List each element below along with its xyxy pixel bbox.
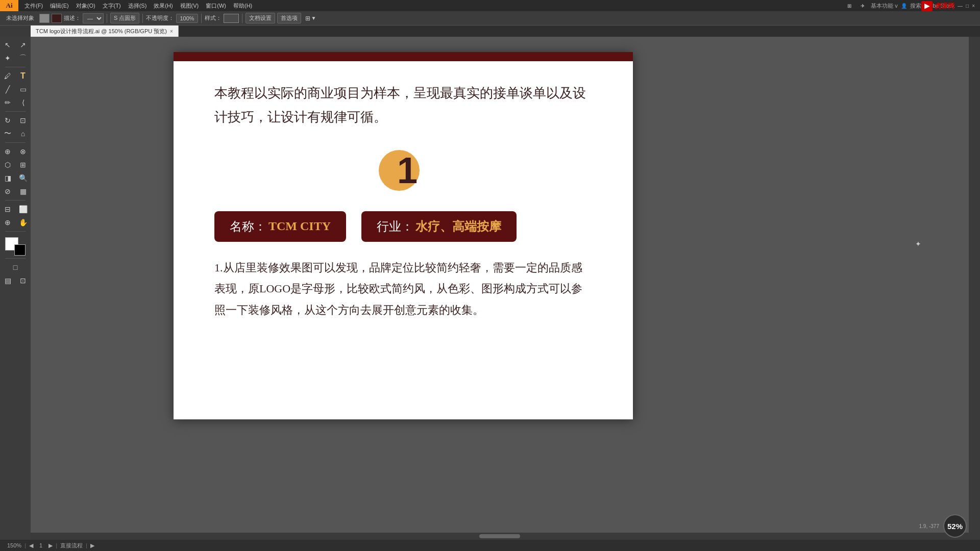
- opacity-label: 不透明度：: [146, 14, 174, 22]
- eraser-tool[interactable]: ⬜: [16, 203, 30, 215]
- mesh-tool[interactable]: ⊞: [16, 159, 30, 171]
- bar-chart-tool[interactable]: ▦: [16, 185, 30, 197]
- tag-name-button: 名称： TCM CITY: [214, 211, 346, 242]
- shape-select[interactable]: S 点圆形: [110, 13, 139, 23]
- color-box-area: [5, 237, 26, 256]
- scroll-thumb-horizontal[interactable]: [479, 534, 520, 538]
- magic-wand-tool[interactable]: ✦: [1, 52, 15, 64]
- workspace-button[interactable]: ⊞: [844, 2, 854, 10]
- page-number[interactable]: 1: [36, 542, 45, 548]
- rect-tool[interactable]: ▭: [16, 83, 30, 95]
- menu-bar: 文件(F) 编辑(E) 对象(O) 文字(T) 选择(S) 效果(H) 视图(V…: [0, 0, 980, 11]
- rotate-tool[interactable]: ↻: [1, 114, 15, 127]
- pathfinder-tool[interactable]: ⊗: [16, 145, 30, 158]
- zoom-level[interactable]: 150%: [4, 542, 24, 548]
- scale-tool[interactable]: ⊡: [16, 114, 30, 127]
- scroll-right[interactable]: [971, 37, 980, 540]
- line-tool[interactable]: ╱: [1, 83, 15, 95]
- tag-name-value: TCM CITY: [268, 219, 331, 233]
- style-label: 样式：: [205, 14, 222, 22]
- scroll-bottom[interactable]: [31, 533, 969, 540]
- window-maximize[interactable]: □: [966, 3, 969, 9]
- menu-view[interactable]: 视图(V): [177, 1, 202, 11]
- tab-filename: TCM logo设计推导流程.ai @ 150% (RGB/GPU 预览): [36, 28, 167, 35]
- menu-select[interactable]: 选择(S): [125, 1, 150, 11]
- user-icon: 👤: [901, 3, 907, 9]
- shape-builder-tool[interactable]: ⊕: [1, 145, 15, 158]
- coordinate-display: 1.9, -377: [919, 523, 939, 529]
- coords-text: 1.9, -377: [919, 523, 939, 529]
- status-bar: 150% | ◀ 1 ▶ | 直接流程 | ▶: [0, 540, 980, 551]
- tag-industry-value: 水疗、高端按摩: [415, 218, 501, 235]
- tab-close-button[interactable]: ×: [170, 29, 173, 34]
- blend-tool[interactable]: ⊘: [1, 185, 15, 197]
- align-left-icon[interactable]: ⊞: [305, 15, 310, 22]
- play-button[interactable]: ▶: [87, 542, 97, 549]
- percentage-circle: 52%: [943, 514, 967, 538]
- hand-tool[interactable]: ✋: [16, 216, 30, 229]
- opacity-value[interactable]: 100%: [176, 14, 198, 23]
- drawing-modes[interactable]: □: [8, 261, 22, 273]
- tab-bar: TCM logo设计推导流程.ai @ 150% (RGB/GPU 预览) ×: [31, 26, 980, 37]
- perspective-tool[interactable]: ⬡: [1, 159, 15, 171]
- stroke-color-box[interactable]: [39, 14, 50, 23]
- gradient-tool[interactable]: ◨: [1, 172, 15, 184]
- document-canvas: 本教程以实际的商业项目为样本，呈现最真实的接单谈单以及设计技巧，让设计有规律可循…: [174, 52, 633, 419]
- ai-logo: Ai: [0, 0, 18, 11]
- tag-industry-button: 行业： 水疗、高端按摩: [361, 211, 517, 242]
- eyedropper-tool[interactable]: 🔍: [16, 172, 30, 184]
- free-transform-tool[interactable]: ⌂: [16, 128, 30, 140]
- pencil-tool[interactable]: ✏: [1, 96, 15, 109]
- menu-file[interactable]: 文件(F): [21, 1, 46, 11]
- type-tool[interactable]: T: [16, 70, 30, 82]
- intro-text: 本教程以实际的商业项目为样本，呈现最真实的接单谈单以及设计技巧，让设计有规律可循…: [214, 82, 592, 130]
- zoom-tool[interactable]: ⊕: [1, 216, 15, 229]
- number-graphic: 1: [214, 145, 592, 196]
- page-next[interactable]: ▶: [45, 542, 56, 549]
- fill-color-box[interactable]: [52, 14, 62, 23]
- menu-edit[interactable]: 编辑(E): [47, 1, 72, 11]
- menu-object[interactable]: 对象(O): [73, 1, 99, 11]
- document-tab[interactable]: TCM logo设计推导流程.ai @ 150% (RGB/GPU 预览) ×: [31, 26, 179, 37]
- tag-industry-label: 行业：: [377, 218, 413, 235]
- canvas-area: 本教程以实际的商业项目为样本，呈现最真实的接单谈单以及设计技巧，让设计有规律可循…: [31, 37, 969, 540]
- align-dropdown-icon[interactable]: ▼: [311, 15, 316, 21]
- percentage-value: 52%: [947, 522, 963, 531]
- document-content: 本教程以实际的商业项目为样本，呈现最真实的接单谈单以及设计技巧，让设计有规律可循…: [174, 61, 633, 341]
- style-box[interactable]: [224, 14, 239, 23]
- toolbar: 未选择对象 描述： — S 点圆形 不透明度： 100% 样式： 文档设置 首选…: [0, 11, 980, 26]
- window-close[interactable]: ×: [972, 3, 975, 9]
- doc-settings-button[interactable]: 文档设置: [246, 13, 275, 23]
- menu-text[interactable]: 文字(T): [100, 1, 124, 11]
- window-minimize[interactable]: —: [958, 3, 963, 9]
- menu-window[interactable]: 窗口(W): [203, 1, 229, 11]
- document-top-bar: [174, 52, 633, 61]
- lasso-tool[interactable]: ⌒: [16, 52, 30, 64]
- desc-label: 描述：: [64, 14, 81, 22]
- selection-tool[interactable]: ↖: [1, 39, 15, 51]
- page-prev[interactable]: ◀: [26, 542, 36, 549]
- watermark-icon: ▶: [921, 1, 933, 11]
- background-color[interactable]: [14, 244, 26, 256]
- stroke-weight-select[interactable]: —: [83, 13, 104, 23]
- direct-selection-tool[interactable]: ↗: [16, 39, 30, 51]
- slice-tool[interactable]: ⊟: [1, 203, 15, 215]
- watermark-area: ▶ 虎课网: [921, 1, 954, 11]
- menu-help[interactable]: 帮助(H): [230, 1, 255, 11]
- page-label: 直接流程: [57, 542, 86, 549]
- left-toolbar: ↖ ↗ ✦ ⌒ 🖊 T ╱ ▭ ✏ ⟨ ↻ ⊡ 〜 ⌂ ⊕ ⊗ ⬡ ⊞ ◨ 🔍 …: [0, 37, 31, 540]
- watermark-text: 虎课网: [935, 2, 954, 11]
- tag-row: 名称： TCM CITY 行业： 水疗、高端按摩: [214, 211, 592, 242]
- share-button[interactable]: ✈: [857, 2, 868, 10]
- pen-tool[interactable]: 🖊: [1, 70, 15, 82]
- screen-mode[interactable]: ▤: [1, 274, 15, 287]
- preferences-button[interactable]: 首选项: [277, 13, 301, 23]
- artboard-tool[interactable]: ⊡: [16, 274, 30, 287]
- no-selection-label: 未选择对象: [3, 13, 37, 23]
- brush-tool[interactable]: ⟨: [16, 96, 30, 109]
- body-text: 1.从店里装修效果图可以发现，品牌定位比较简约轻奢，需要一定的品质感表现，原LO…: [214, 257, 592, 321]
- warp-tool[interactable]: 〜: [1, 128, 15, 140]
- tag-name-label: 名称：: [230, 218, 266, 235]
- menu-effect[interactable]: 效果(H): [151, 1, 176, 11]
- workspace-label: 基本功能 v: [871, 2, 898, 10]
